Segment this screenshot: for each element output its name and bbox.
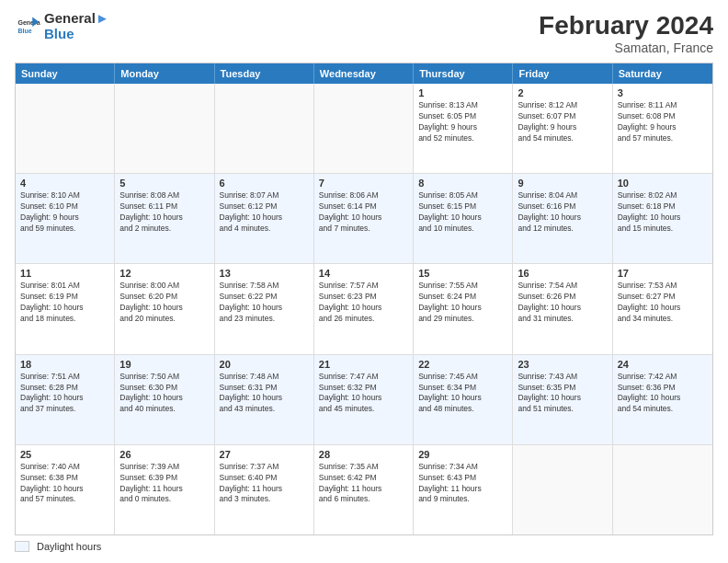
cal-cell-day-10: 10Sunrise: 8:02 AM Sunset: 6:18 PM Dayli… [613,174,712,263]
cal-cell-day-21: 21Sunrise: 7:47 AM Sunset: 6:32 PM Dayli… [314,355,414,444]
subtitle: Samatan, France [539,40,713,55]
day-number: 2 [518,87,607,98]
cal-cell-day-22: 22Sunrise: 7:45 AM Sunset: 6:34 PM Dayli… [414,355,513,444]
day-number: 10 [618,178,708,189]
cal-header-day-sunday: Sunday [16,63,115,84]
cal-cell-day-15: 15Sunrise: 7:55 AM Sunset: 6:24 PM Dayli… [414,264,513,353]
cal-cell-day-17: 17Sunrise: 7:53 AM Sunset: 6:27 PM Dayli… [613,264,712,353]
day-info: Sunrise: 7:48 AM Sunset: 6:31 PM Dayligh… [220,372,309,416]
cal-cell-day-12: 12Sunrise: 8:00 AM Sunset: 6:20 PM Dayli… [115,264,214,353]
day-info: Sunrise: 8:13 AM Sunset: 6:05 PM Dayligh… [418,100,507,144]
day-info: Sunrise: 7:53 AM Sunset: 6:27 PM Dayligh… [618,281,708,325]
cal-cell-day-19: 19Sunrise: 7:50 AM Sunset: 6:30 PM Dayli… [115,355,214,444]
cal-cell-day-3: 3Sunrise: 8:11 AM Sunset: 6:08 PM Daylig… [613,84,712,173]
main-title: February 2024 [539,11,713,40]
day-info: Sunrise: 7:51 AM Sunset: 6:28 PM Dayligh… [20,372,109,416]
cal-cell-day-7: 7Sunrise: 8:06 AM Sunset: 6:14 PM Daylig… [314,174,414,263]
cal-cell-day-4: 4Sunrise: 8:10 AM Sunset: 6:10 PM Daylig… [16,174,115,263]
cal-cell-day-5: 5Sunrise: 8:08 AM Sunset: 6:11 PM Daylig… [115,174,214,263]
daylight-box [15,541,29,552]
day-info: Sunrise: 7:35 AM Sunset: 6:42 PM Dayligh… [319,462,408,506]
day-number: 19 [119,359,209,370]
day-number: 27 [220,449,309,460]
day-number: 13 [220,268,309,279]
cal-cell-day-18: 18Sunrise: 7:51 AM Sunset: 6:28 PM Dayli… [16,355,115,444]
cal-cell-day-14: 14Sunrise: 7:57 AM Sunset: 6:23 PM Dayli… [314,264,414,353]
cal-cell-day-27: 27Sunrise: 7:37 AM Sunset: 6:40 PM Dayli… [215,445,314,534]
daylight-label: Daylight hours [37,541,101,552]
cal-cell-day-13: 13Sunrise: 7:58 AM Sunset: 6:22 PM Dayli… [215,264,314,353]
day-number: 4 [20,178,109,189]
day-info: Sunrise: 7:34 AM Sunset: 6:43 PM Dayligh… [418,462,507,506]
cal-cell-day-9: 9Sunrise: 8:04 AM Sunset: 6:16 PM Daylig… [513,174,612,263]
day-info: Sunrise: 8:00 AM Sunset: 6:20 PM Dayligh… [119,281,209,325]
cal-cell-empty [613,445,712,534]
cal-cell-day-11: 11Sunrise: 8:01 AM Sunset: 6:19 PM Dayli… [16,264,115,353]
cal-cell-day-24: 24Sunrise: 7:42 AM Sunset: 6:36 PM Dayli… [613,355,712,444]
day-info: Sunrise: 8:08 AM Sunset: 6:11 PM Dayligh… [119,190,209,235]
day-number: 7 [319,178,408,189]
day-info: Sunrise: 7:57 AM Sunset: 6:23 PM Dayligh… [319,281,408,325]
logo-icon: General Blue [15,14,40,40]
calendar: SundayMondayTuesdayWednesdayThursdayFrid… [15,63,713,535]
cal-cell-day-16: 16Sunrise: 7:54 AM Sunset: 6:26 PM Dayli… [513,264,612,353]
cal-cell-empty [215,84,314,173]
logo-text: General► Blue [44,11,109,41]
cal-week-2: 4Sunrise: 8:10 AM Sunset: 6:10 PM Daylig… [16,174,712,264]
day-info: Sunrise: 7:42 AM Sunset: 6:36 PM Dayligh… [618,372,708,416]
day-info: Sunrise: 8:11 AM Sunset: 6:08 PM Dayligh… [618,100,708,144]
cal-header-day-saturday: Saturday [613,63,712,84]
cal-cell-day-2: 2Sunrise: 8:12 AM Sunset: 6:07 PM Daylig… [513,84,612,173]
day-info: Sunrise: 8:06 AM Sunset: 6:14 PM Dayligh… [319,190,408,235]
day-info: Sunrise: 8:12 AM Sunset: 6:07 PM Dayligh… [518,100,607,144]
day-info: Sunrise: 8:05 AM Sunset: 6:15 PM Dayligh… [418,190,507,235]
day-info: Sunrise: 8:01 AM Sunset: 6:19 PM Dayligh… [20,281,109,325]
cal-cell-day-29: 29Sunrise: 7:34 AM Sunset: 6:43 PM Dayli… [414,445,513,534]
title-block: February 2024 Samatan, France [539,11,713,55]
cal-week-3: 11Sunrise: 8:01 AM Sunset: 6:19 PM Dayli… [16,264,712,354]
day-number: 6 [220,178,309,189]
day-info: Sunrise: 7:55 AM Sunset: 6:24 PM Dayligh… [418,281,507,325]
page: General Blue General► Blue February 2024… [0,0,728,563]
day-info: Sunrise: 7:54 AM Sunset: 6:26 PM Dayligh… [518,281,607,325]
cal-header-day-friday: Friday [513,63,612,84]
cal-week-1: 1Sunrise: 8:13 AM Sunset: 6:05 PM Daylig… [16,84,712,174]
day-info: Sunrise: 8:10 AM Sunset: 6:10 PM Dayligh… [20,190,109,235]
day-number: 16 [518,268,607,279]
svg-text:Blue: Blue [18,28,32,34]
day-number: 20 [220,359,309,370]
cal-cell-empty [314,84,414,173]
day-number: 21 [319,359,408,370]
header: General Blue General► Blue February 2024… [15,11,713,55]
day-number: 23 [518,359,607,370]
cal-cell-day-23: 23Sunrise: 7:43 AM Sunset: 6:35 PM Dayli… [513,355,612,444]
day-number: 1 [418,87,507,98]
logo: General Blue General► Blue [15,11,109,41]
cal-cell-day-1: 1Sunrise: 8:13 AM Sunset: 6:05 PM Daylig… [414,84,513,173]
day-number: 3 [618,87,708,98]
day-info: Sunrise: 7:45 AM Sunset: 6:34 PM Dayligh… [418,372,507,416]
day-number: 11 [20,268,109,279]
calendar-body: 1Sunrise: 8:13 AM Sunset: 6:05 PM Daylig… [16,84,712,534]
day-number: 25 [20,449,109,460]
day-number: 5 [119,178,209,189]
day-number: 18 [20,359,109,370]
day-number: 28 [319,449,408,460]
day-number: 9 [518,178,607,189]
cal-header-day-wednesday: Wednesday [314,63,414,84]
cal-header-day-monday: Monday [115,63,214,84]
cal-cell-empty [115,84,214,173]
cal-cell-day-6: 6Sunrise: 8:07 AM Sunset: 6:12 PM Daylig… [215,174,314,263]
day-info: Sunrise: 7:50 AM Sunset: 6:30 PM Dayligh… [119,372,209,416]
day-info: Sunrise: 8:04 AM Sunset: 6:16 PM Dayligh… [518,190,607,235]
cal-week-4: 18Sunrise: 7:51 AM Sunset: 6:28 PM Dayli… [16,355,712,445]
cal-header-day-tuesday: Tuesday [215,63,314,84]
cal-week-5: 25Sunrise: 7:40 AM Sunset: 6:38 PM Dayli… [16,445,712,534]
day-number: 24 [618,359,708,370]
day-info: Sunrise: 7:47 AM Sunset: 6:32 PM Dayligh… [319,372,408,416]
day-info: Sunrise: 8:02 AM Sunset: 6:18 PM Dayligh… [618,190,708,235]
day-number: 14 [319,268,408,279]
day-info: Sunrise: 7:58 AM Sunset: 6:22 PM Dayligh… [220,281,309,325]
cal-cell-day-26: 26Sunrise: 7:39 AM Sunset: 6:39 PM Dayli… [115,445,214,534]
day-info: Sunrise: 7:39 AM Sunset: 6:39 PM Dayligh… [119,462,209,506]
